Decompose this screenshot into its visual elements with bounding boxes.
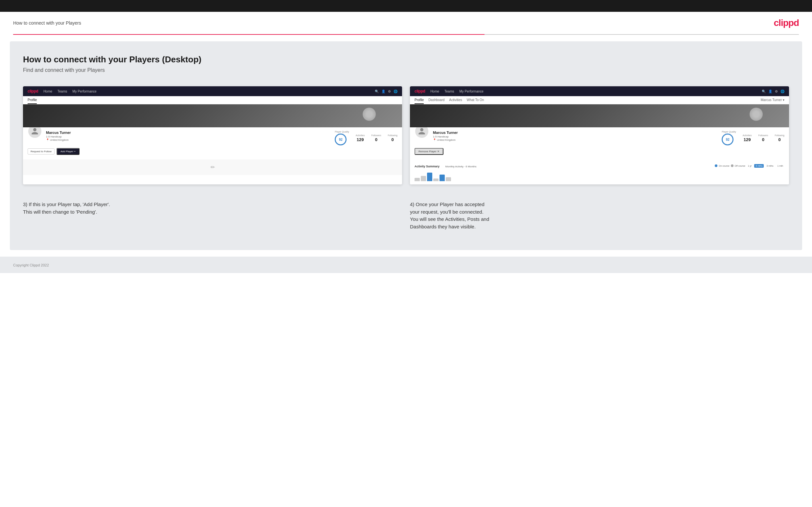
off-course-label: Off course [735,165,745,167]
mock-stat-activities-1: Activities 129 [356,134,365,142]
mock-handicap-2: 1-5 Handicap [433,135,711,138]
location-icon-2: 📍 [433,138,436,142]
mock-logo-1: clippd [28,89,38,94]
tab-profile-1[interactable]: Profile [28,98,37,104]
header-divider [13,34,799,35]
mock-nav-icons-1: 🔍 👤 ⚙ 🌐 [375,90,398,93]
bar-6 [446,177,451,181]
screenshots-row: clippd Home Teams My Performance 🔍 👤 ⚙ 🌐… [23,86,789,184]
mock-stat-followers-1: Followers 0 [371,134,381,142]
on-course-dot [715,164,717,167]
footer: Copyright Clippd 2022 [0,257,812,273]
mock-profile-info-1: Marcus Turner 1-5 Handicap 📍 United King… [46,130,324,142]
bar-4 [433,178,439,181]
mock-tabs-1: Profile [23,96,402,104]
mock-nav-home-2: Home [430,90,439,93]
activity-title-group: Activity Summary Monthly Activity · 6 Mo… [414,163,476,169]
mock-stats-row-1: Player Quality 92 Activities 129 Followe… [335,130,398,146]
filter-1mth[interactable]: 1 mth [776,164,784,168]
globe-icon-2: 🌐 [780,90,784,93]
mock-hero-1 [23,104,402,127]
mock-stat-quality-1: Player Quality 92 [335,130,349,146]
edit-icon-1: ✏ [211,164,215,170]
mock-nav-icons-2: 🔍 👤 ⚙ 🌐 [762,90,784,93]
settings-icon-1: ⚙ [388,90,391,93]
bar-3 [427,173,432,181]
mock-buttons-2: Remove Player ✕ [414,148,784,155]
globe-icon-1: 🌐 [394,90,398,93]
quality-label-1: Player Quality [335,130,349,133]
mock-stat-activities-2: Activities 129 [743,134,752,142]
mock-profile-row-1: Marcus Turner 1-5 Handicap 📍 United King… [28,130,398,146]
location-icon-1: 📍 [46,138,49,142]
main-title: How to connect with your Players (Deskto… [23,54,789,65]
remove-player-button[interactable]: Remove Player ✕ [414,148,444,155]
followers-value-1: 0 [371,137,381,142]
mock-profile-info-2: Marcus Turner 1-5 Handicap 📍 United King… [433,130,711,142]
desc4-line2: your request, you'll be connected. [410,209,484,215]
activity-title-2: Activity Summary [414,165,440,168]
settings-icon-2: ⚙ [775,90,778,93]
mock-hero-2 [410,104,789,127]
activities-label-1: Activities [356,134,365,136]
desc4-line3: You will see the Activities, Posts and [410,216,489,222]
filter-3mths[interactable]: 3 mths [765,164,774,168]
mock-chart-2 [414,171,784,181]
activities-value-1: 129 [356,137,365,142]
mock-bottom-bar-1: ✏ [23,160,402,175]
mock-stat-quality-2: Player Quality 92 [722,130,736,146]
add-player-button[interactable]: Add Player + [56,148,80,155]
mock-stat-following-2: Following 0 [774,134,784,142]
main-content: How to connect with your Players (Deskto… [10,41,802,250]
screenshot-1: clippd Home Teams My Performance 🔍 👤 ⚙ 🌐… [23,86,402,184]
description-3-text: 3) If this is your Player tap, 'Add Play… [23,201,402,216]
mock-profile-row-2: Marcus Turner 1-5 Handicap 📍 United King… [414,130,784,146]
followers-value-2: 0 [758,137,768,142]
tab-profile-2[interactable]: Profile [414,98,424,104]
desc4-line1: 4) Once your Player has accepted [410,202,485,207]
description-3: 3) If this is your Player tap, 'Add Play… [23,198,402,234]
off-course-dot [731,164,733,167]
clippd-logo: clippd [774,18,799,28]
filter-6mths[interactable]: 6 mths [754,164,764,168]
description-4-text: 4) Once your Player has accepted your re… [410,201,789,230]
mock-player-name-1: Marcus Turner [46,130,324,134]
mock-tabs-2: Profile Dashboard Activities What To On … [410,96,789,104]
mock-nav-2: clippd Home Teams My Performance 🔍 👤 ⚙ 🌐 [410,86,789,96]
user-icon-2: 👤 [768,90,772,93]
descriptions-row: 3) If this is your Player tap, 'Add Play… [23,198,789,234]
mock-app-1: clippd Home Teams My Performance 🔍 👤 ⚙ 🌐… [23,86,402,175]
activity-subtitle-2: Monthly Activity · 6 Months [445,165,476,168]
mock-logo-2: clippd [414,89,425,94]
bar-5 [440,175,445,181]
description-4: 4) Once your Player has accepted your re… [410,198,789,234]
following-label-1: Following [388,134,398,136]
tab-dashboard-2[interactable]: Dashboard [428,98,445,104]
mock-nav-performance-2: My Performance [459,90,483,93]
followers-label-2: Followers [758,134,768,136]
mock-stats-row-2: Player Quality 92 Activities 129 Followe… [722,130,784,146]
following-value-2: 0 [774,137,784,142]
search-icon-1: 🔍 [375,90,379,93]
activities-label-2: Activities [743,134,752,136]
desc3-line1: 3) If this is your Player tap, 'Add Play… [23,202,110,207]
mock-app-2: clippd Home Teams My Performance 🔍 👤 ⚙ 🌐… [410,86,789,184]
header: How to connect with your Players clippd [0,12,812,34]
desc3-line2: This will then change to 'Pending'. [23,209,97,215]
mock-nav-teams-2: Teams [445,90,454,93]
main-subtitle: Find and connect with your Players [23,67,789,73]
mock-nav-1: clippd Home Teams My Performance 🔍 👤 ⚙ 🌐 [23,86,402,96]
mock-stat-followers-2: Followers 0 [758,134,768,142]
mock-stat-following-1: Following 0 [388,134,398,142]
top-bar [0,0,812,12]
mock-activity-header-2: Activity Summary Monthly Activity · 6 Mo… [414,163,784,169]
mock-nav-teams-1: Teams [57,90,67,93]
tab-activities-2[interactable]: Activities [449,98,462,104]
filter-1yr[interactable]: 1 yr [747,164,753,168]
tab-player-name-2: Marcus Turner ▾ [761,98,784,104]
request-follow-button[interactable]: Request to Follow [28,148,55,155]
mock-location-2: 📍 United Kingdom [433,138,711,142]
mock-activity-2: Activity Summary Monthly Activity · 6 Mo… [410,160,789,184]
tab-what-to-on-2[interactable]: What To On [467,98,484,104]
following-label-2: Following [774,134,784,136]
